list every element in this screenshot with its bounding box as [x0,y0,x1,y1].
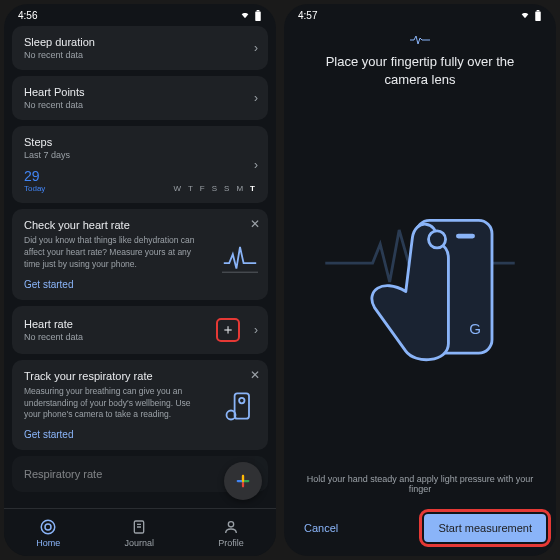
heart-points-title: Heart Points [24,86,256,98]
respiratory-illustration [222,388,258,424]
status-icons [519,10,542,21]
plus-icon [234,472,252,490]
chevron-right-icon: › [254,91,258,105]
bottom-nav: Home Journal Profile [4,508,276,556]
steps-card[interactable]: Steps Last 7 days › 29 Today W T F S S M… [12,126,268,203]
steps-chart: 29 Today W T F S S M T [24,168,256,193]
sleep-title: Sleep duration [24,36,256,48]
start-measurement-button[interactable]: Start measurement [424,514,546,542]
days-row: W T F S S M T [173,184,256,193]
promo2-title: Track your respiratory rate [24,370,256,382]
svg-point-18 [429,231,446,248]
promo1-title: Check your heart rate [24,219,256,231]
chevron-right-icon: › [254,323,258,337]
svg-point-11 [228,521,233,526]
promo-heart-rate[interactable]: ✕ Check your heart rate Did you know tha… [12,209,268,300]
phone-right-measure: 4:57 Place your fingertip fully over the… [284,4,556,556]
phone-left-home: 4:56 Sleep duration No recent data › Hea… [4,4,276,556]
svg-rect-0 [255,11,261,21]
steps-value-label: Today [24,184,45,193]
measurement-view: Place your fingertip fully over the came… [284,26,556,514]
svg-rect-1 [257,10,260,11]
nav-profile[interactable]: Profile [218,518,244,548]
profile-icon [222,518,240,536]
clock: 4:56 [18,10,37,21]
fingertip-illustration: G [300,109,540,454]
promo-respiratory[interactable]: ✕ Track your respiratory rate Measuring … [12,360,268,451]
measurement-actions: Cancel Start measurement [284,514,556,556]
heart-rate-title: Heart rate [24,318,83,330]
svg-rect-16 [456,233,475,238]
status-icons [239,10,262,21]
pulse-icon [410,34,430,49]
fab-add[interactable] [224,462,262,500]
wifi-icon [519,10,531,20]
heart-rate-illustration [222,238,258,274]
svg-rect-13 [537,10,540,11]
heart-points-card[interactable]: Heart Points No recent data › [12,76,268,120]
heart-rate-row[interactable]: Heart rate No recent data ＋ › [12,306,268,354]
svg-rect-12 [535,11,541,21]
target-icon [39,518,57,536]
steps-value: 29 [24,168,45,184]
measurement-title: Place your fingertip fully over the came… [300,53,540,89]
home-scroll[interactable]: Sleep duration No recent data › Heart Po… [4,26,276,508]
svg-point-4 [239,398,244,403]
chevron-right-icon: › [254,158,258,172]
close-icon[interactable]: ✕ [250,368,260,382]
wifi-icon [239,10,251,20]
steps-sub: Last 7 days [24,150,256,160]
cancel-button[interactable]: Cancel [294,514,348,542]
close-icon[interactable]: ✕ [250,217,260,231]
journal-icon [130,518,148,536]
measurement-hint: Hold your hand steady and apply light pr… [300,474,540,494]
heart-rate-sub: No recent data [24,332,83,342]
status-bar: 4:56 [4,4,276,26]
svg-point-6 [41,520,55,534]
sleep-card[interactable]: Sleep duration No recent data › [12,26,268,70]
clock: 4:57 [298,10,317,21]
nav-home[interactable]: Home [36,518,60,548]
chevron-right-icon: › [254,41,258,55]
heart-points-sub: No recent data [24,100,256,110]
respiratory-title: Respiratory rate [24,468,102,480]
promo2-get-started[interactable]: Get started [24,429,256,440]
svg-text:G: G [469,320,481,337]
add-heart-rate-button[interactable]: ＋ [218,320,238,340]
battery-icon [534,10,542,21]
svg-point-7 [45,524,51,530]
promo1-get-started[interactable]: Get started [24,279,256,290]
nav-journal[interactable]: Journal [124,518,154,548]
status-bar: 4:57 [284,4,556,26]
steps-title: Steps [24,136,256,148]
battery-icon [254,10,262,21]
sleep-sub: No recent data [24,50,256,60]
